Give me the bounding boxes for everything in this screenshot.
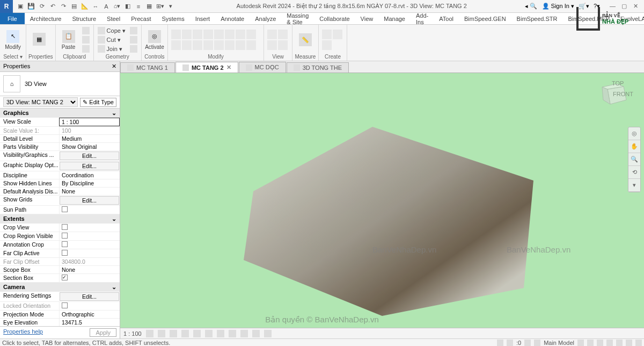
view-cube[interactable]: FRONTTOP [597, 78, 634, 116]
sb-main-model[interactable]: Main Model [544, 340, 574, 346]
maximize-icon[interactable]: ▢ [621, 3, 629, 10]
view-tab-mc-tang-2[interactable]: MC TANG 2✕ [175, 62, 238, 73]
qat-dropdown-icon[interactable]: ▾ [166, 2, 175, 11]
align-icon[interactable] [171, 30, 181, 39]
prop-anno-check[interactable] [59, 241, 120, 249]
sb-editable-icon[interactable] [534, 340, 540, 346]
cope-button[interactable]: Cope ▾ [96, 26, 127, 35]
prop-proj-value[interactable]: Orthographic [59, 311, 120, 318]
instance-select[interactable]: 3D View: MC TANG 2 [3, 97, 78, 107]
offset-icon[interactable] [182, 30, 192, 39]
minimize-icon[interactable]: — [610, 3, 617, 10]
reveal-icon[interactable] [252, 330, 260, 337]
prop-render-button[interactable]: Edit... [60, 292, 119, 301]
tab-massing[interactable]: Massing & Site [281, 13, 314, 24]
unpin-icon[interactable] [214, 40, 224, 50]
join-button[interactable]: Join ▾ [96, 45, 127, 53]
analytical-icon[interactable] [264, 330, 272, 337]
prop-grids-button[interactable]: Edit... [60, 196, 119, 205]
qat-undo-icon[interactable]: ↶ [48, 2, 57, 11]
prop-visg-button[interactable]: Edit... [60, 152, 119, 160]
prop-scope-value[interactable]: None [59, 266, 120, 273]
nav-orbit-icon[interactable]: ⟲ [628, 166, 640, 179]
tab-structure[interactable]: Structure [67, 13, 101, 24]
nav-wheel-icon[interactable]: ◎ [628, 127, 640, 140]
prop-detail-value[interactable]: Medium [59, 135, 120, 142]
viewport-canvas[interactable]: BanVeNhaDep.vn BanVeNhaDep.vn FRONTTOP ◎… [120, 73, 644, 328]
search-icon[interactable]: ◂ 🔍 [525, 3, 537, 10]
prop-analysis-value[interactable]: None [59, 188, 120, 195]
qat-redo-icon[interactable]: ↷ [59, 2, 68, 11]
qat-thin-lines-icon[interactable]: ≡ [134, 2, 143, 11]
delete-icon[interactable] [225, 40, 235, 50]
geom-btn-3[interactable] [128, 45, 139, 53]
qat-save-icon[interactable]: 💾 [27, 2, 35, 11]
qat-open-icon[interactable]: ▣ [16, 2, 25, 11]
create-icon-2[interactable] [333, 30, 342, 39]
sb-face-icon[interactable] [606, 340, 613, 346]
qat-home-icon[interactable]: ⌂▾ [113, 2, 121, 11]
mirror-axis-icon[interactable] [193, 30, 202, 39]
section-camera[interactable]: Camera⌄ [0, 283, 120, 292]
section-extents[interactable]: Extents⌄ [0, 214, 120, 224]
qat-text-icon[interactable]: A [102, 2, 111, 11]
tab-annotate[interactable]: Annotate [215, 13, 250, 24]
mod-icon-1[interactable] [236, 40, 245, 50]
qat-print-icon[interactable]: ▤ [70, 2, 78, 11]
sb-select-icon[interactable] [626, 340, 632, 346]
qat-close-hidden-icon[interactable]: ▦ [145, 2, 153, 11]
tab-view[interactable]: View [355, 13, 379, 24]
activate-button[interactable]: ◎Activate [144, 29, 165, 51]
close-icon[interactable]: ✕ [633, 3, 641, 10]
sb-icon-2[interactable] [507, 340, 513, 346]
tab-manage[interactable]: Manage [378, 13, 411, 24]
match-small-button[interactable] [80, 45, 91, 53]
sb-worksets-icon[interactable] [524, 340, 531, 346]
properties-help-link[interactable]: Properties help [3, 328, 43, 337]
tab-bimspeed-gen[interactable]: BimSpeed.GEN [459, 13, 511, 24]
pin-icon[interactable] [203, 40, 213, 50]
array-icon[interactable] [182, 40, 192, 50]
tab-collaborate[interactable]: Collaborate [314, 13, 355, 24]
prop-gdisp-button[interactable]: Edit... [60, 162, 119, 170]
detail-level-icon[interactable] [146, 330, 153, 337]
sb-filter-icon[interactable] [577, 340, 584, 346]
measure-button[interactable]: 📏 [295, 32, 316, 47]
qat-dim-icon[interactable]: ↔ [91, 2, 100, 11]
nav-more-icon[interactable]: ▾ [628, 179, 640, 192]
move-icon[interactable] [214, 30, 224, 39]
sb-link-icon[interactable] [587, 340, 594, 346]
file-tab[interactable]: File [0, 13, 25, 24]
prop-cropr-check[interactable] [59, 232, 120, 240]
create-icon-3[interactable] [322, 40, 332, 50]
view-icon-2[interactable] [278, 30, 288, 39]
nav-pan-icon[interactable]: ✋ [628, 140, 640, 153]
sb-icon-1[interactable] [497, 340, 503, 346]
cut-small-button[interactable] [80, 26, 91, 35]
sb-pin-icon[interactable] [597, 340, 603, 346]
qat-sync-icon[interactable]: ⟳ [38, 2, 46, 11]
crop-region-icon[interactable] [217, 330, 224, 337]
prop-disc-value[interactable]: Coordination [59, 171, 120, 179]
sun-path-icon[interactable] [170, 330, 177, 337]
tab-bimspeed-mep[interactable]: BimSpeed.MEP [562, 13, 615, 24]
geom-btn-2[interactable] [128, 35, 139, 44]
tab-atool[interactable]: ATool [434, 13, 459, 24]
tab-architecture[interactable]: Architecture [25, 13, 67, 24]
type-selector[interactable]: ⌂ 3D View [0, 72, 120, 96]
prop-farclip-check[interactable] [59, 249, 120, 257]
temp-hide-icon[interactable] [240, 330, 248, 337]
shadows-icon[interactable] [181, 330, 189, 337]
prop-eye-value[interactable]: 13471.5 [59, 319, 120, 326]
prop-view-scale-value[interactable]: 1 : 100 [59, 118, 120, 126]
view-icon-3[interactable] [267, 40, 277, 50]
tab-precast[interactable]: Precast [126, 13, 156, 24]
tab-addins[interactable]: Add-Ins [411, 13, 434, 24]
cart-icon[interactable]: 🛒▾ [579, 3, 589, 10]
trim-icon[interactable] [246, 30, 256, 39]
rotate-icon[interactable] [236, 30, 245, 39]
qat-switch-icon[interactable]: ⊞▾ [156, 2, 164, 11]
tab-insert[interactable]: Insert [190, 13, 216, 24]
create-icon-1[interactable] [322, 30, 332, 39]
qat-measure-icon[interactable]: 📐 [80, 2, 89, 11]
